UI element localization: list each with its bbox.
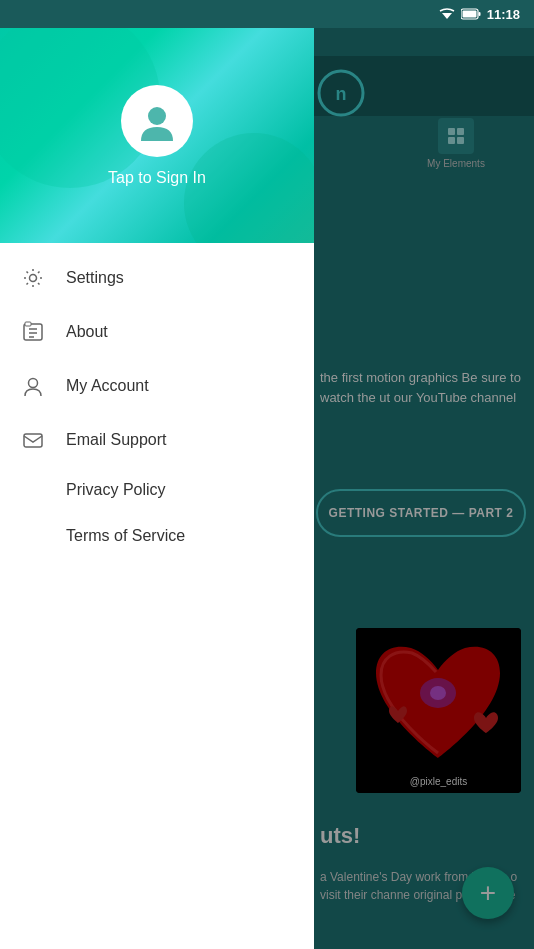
user-avatar-icon — [135, 99, 179, 143]
navigation-drawer: Tap to Sign In Settings — [0, 28, 314, 949]
settings-label: Settings — [66, 269, 124, 287]
svg-point-20 — [29, 379, 38, 388]
person-icon — [22, 375, 44, 397]
menu-item-about[interactable]: About — [0, 305, 314, 359]
wifi-icon — [439, 8, 455, 20]
email-support-label: Email Support — [66, 431, 167, 449]
menu-item-privacy-policy[interactable]: Privacy Policy — [0, 467, 314, 513]
avatar — [121, 85, 193, 157]
about-label: About — [66, 323, 108, 341]
privacy-policy-label: Privacy Policy — [66, 481, 166, 499]
terms-of-service-label: Terms of Service — [66, 527, 185, 545]
menu-item-email-support[interactable]: Email Support — [0, 413, 314, 467]
svg-rect-19 — [25, 322, 31, 326]
menu-item-my-account[interactable]: My Account — [0, 359, 314, 413]
svg-point-14 — [30, 275, 37, 282]
my-account-icon — [20, 373, 46, 399]
svg-rect-3 — [462, 11, 476, 18]
mail-icon — [22, 429, 44, 451]
time-display: 11:18 — [487, 7, 520, 22]
drawer-menu: Settings About — [0, 243, 314, 949]
drawer-header[interactable]: Tap to Sign In — [0, 28, 314, 243]
about-icon — [20, 319, 46, 345]
svg-marker-0 — [442, 13, 452, 19]
email-support-icon — [20, 427, 46, 453]
sign-in-text: Tap to Sign In — [108, 169, 206, 187]
svg-point-13 — [148, 107, 166, 125]
my-account-label: My Account — [66, 377, 149, 395]
menu-item-settings[interactable]: Settings — [0, 251, 314, 305]
status-icons — [439, 8, 481, 20]
menu-item-terms-of-service[interactable]: Terms of Service — [0, 513, 314, 559]
battery-icon — [461, 8, 481, 20]
status-bar: 11:18 — [0, 0, 534, 28]
gear-icon — [22, 267, 44, 289]
info-icon — [22, 321, 44, 343]
settings-icon — [20, 265, 46, 291]
svg-rect-21 — [24, 434, 42, 447]
svg-rect-2 — [478, 12, 480, 16]
